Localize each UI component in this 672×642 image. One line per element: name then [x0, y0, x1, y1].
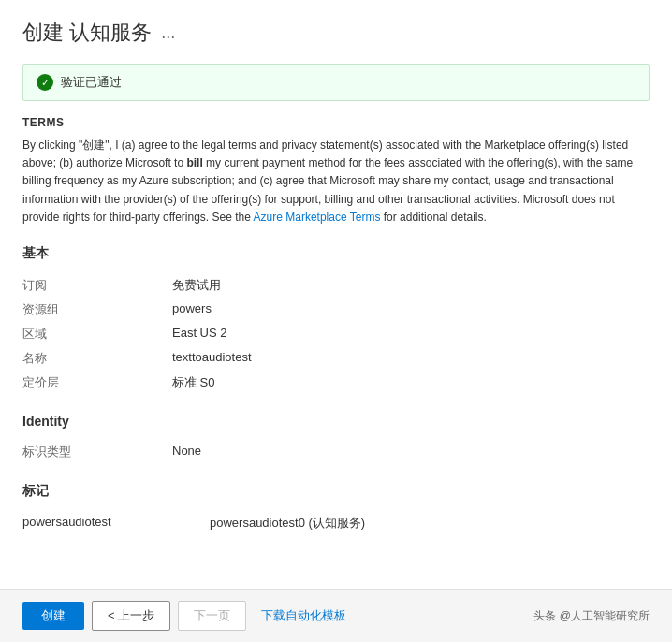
download-template-link[interactable]: 下载自动化模板: [261, 607, 346, 624]
ellipsis-menu-icon[interactable]: ...: [161, 23, 175, 43]
check-icon: ✓: [37, 74, 53, 91]
footer-bar: 创建 < 上一步 下一页 下载自动化模板 头条 @人工智能研究所: [0, 589, 672, 642]
watermark: 头条 @人工智能研究所: [533, 608, 650, 624]
label-resource-group: 资源组: [22, 301, 172, 318]
identity-section: Identity 标识类型 None: [22, 414, 650, 464]
page-title: 创建 认知服务: [22, 19, 152, 47]
table-row: 名称 texttoaudiotest: [22, 346, 650, 371]
terms-heading: TERMS: [22, 116, 650, 129]
value-identity-type: None: [172, 444, 201, 460]
table-row: 标识类型 None: [22, 440, 650, 464]
table-row: powersaudiotest powersaudiotest0 (认知服务): [22, 511, 650, 535]
identity-table: 标识类型 None: [22, 440, 650, 464]
tag-key: powersaudiotest: [22, 515, 210, 532]
azure-marketplace-terms-link[interactable]: Azure Marketplace Terms: [254, 211, 381, 224]
label-pricing-tier: 定价层: [22, 374, 172, 391]
table-row: 订阅 免费试用: [22, 273, 650, 298]
terms-text-part3: for additional details.: [380, 211, 486, 224]
next-button[interactable]: 下一页: [178, 601, 246, 631]
label-subscription: 订阅: [22, 277, 172, 294]
validation-banner: ✓ 验证已通过: [22, 64, 650, 101]
terms-body: By clicking "创建", I (a) agree to the leg…: [22, 137, 650, 226]
bill-text: bill: [186, 156, 202, 169]
tags-table: powersaudiotest powersaudiotest0 (认知服务): [22, 511, 650, 535]
basic-table: 订阅 免费试用 资源组 powers 区域 East US 2 名称 textt…: [22, 273, 650, 395]
value-resource-group: powers: [172, 301, 212, 318]
create-button[interactable]: 创建: [22, 602, 84, 630]
tags-section-title: 标记: [22, 483, 650, 500]
basic-section-title: 基本: [22, 245, 650, 262]
table-row: 资源组 powers: [22, 298, 650, 322]
tags-section: 标记 powersaudiotest powersaudiotest0 (认知服…: [22, 483, 650, 535]
label-name: 名称: [22, 350, 172, 367]
value-pricing-tier: 标准 S0: [172, 374, 215, 391]
value-region: East US 2: [172, 326, 227, 343]
label-region: 区域: [22, 326, 172, 343]
back-button[interactable]: < 上一步: [92, 601, 170, 631]
value-name: texttoaudiotest: [172, 350, 252, 367]
label-identity-type: 标识类型: [22, 444, 172, 460]
table-row: 区域 East US 2: [22, 322, 650, 346]
validation-text: 验证已通过: [61, 74, 122, 91]
value-subscription: 免费试用: [172, 277, 221, 294]
tag-value: powersaudiotest0 (认知服务): [210, 515, 365, 532]
table-row: 定价层 标准 S0: [22, 371, 650, 395]
identity-section-title: Identity: [22, 414, 650, 429]
